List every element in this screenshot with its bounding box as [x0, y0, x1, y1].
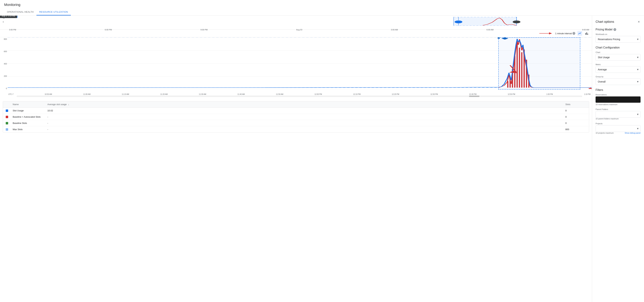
- tab-resource-utilization[interactable]: RESOURCE UTILIZATION: [36, 9, 71, 16]
- interval-label: 1 minute interval ?: [555, 32, 575, 35]
- chart-area: 50 0: [0, 16, 592, 302]
- close-button[interactable]: ×: [637, 19, 640, 25]
- chart-label: Chart: [596, 51, 640, 53]
- line-chart-icon: [578, 32, 582, 35]
- mini-x-labels: 3:00 PM 6:00 PM 9:00 PM Aug 03 3:00 AM 6…: [9, 29, 589, 31]
- svg-rect-7: [585, 33, 586, 35]
- workloads-group: Workloads on Reservations PricingOn-dema…: [596, 33, 640, 43]
- metric-group: Metric AverageMaxMin ▼: [596, 63, 640, 73]
- panel-header: Chart options ×: [596, 19, 640, 25]
- parent-folders-hint: 10 parent folders maximum: [596, 118, 640, 120]
- projects-select[interactable]: [596, 125, 640, 132]
- groupby-select-wrapper: OverallProjectReservation ▼: [596, 78, 640, 85]
- parent-folders-select[interactable]: [596, 111, 640, 117]
- main-chart-container: 800 600 400 200 0: [0, 37, 592, 98]
- interval-help-icon[interactable]: ?: [572, 32, 575, 35]
- main-chart-svg-container: 800 600 400 200 0: [0, 37, 592, 93]
- table-row: Baseline + Autoscaled Slots - 0: [3, 114, 589, 120]
- chart-config-title: Chart Configuration: [596, 46, 640, 49]
- panel-title: Chart options: [596, 20, 614, 24]
- chart-select[interactable]: Slot UsageJob ConcurrencyJob Count: [596, 54, 640, 61]
- data-table: Name Average slot usage ↓ Slots Slot Usa…: [3, 101, 589, 133]
- svg-marker-30: [501, 37, 508, 40]
- tab-bar: OPERATIONAL HEALTH RESOURCE UTILIZATION: [4, 9, 640, 16]
- app-title: Monitoring: [4, 3, 640, 7]
- chart-scrollbar[interactable]: [0, 96, 592, 98]
- filters-title: Filters: [596, 88, 640, 92]
- reservations-label: Reservations: [596, 94, 640, 96]
- sort-icon[interactable]: ↓: [68, 103, 69, 106]
- table-row: Max Slots - 800: [3, 126, 589, 132]
- metric-label: Metric: [596, 63, 640, 66]
- svg-rect-0: [454, 17, 516, 26]
- groupby-group: Group by OverallProjectReservation ▼: [596, 76, 640, 85]
- pricing-title: Pricing Model ?: [596, 28, 640, 31]
- pricing-help-icon[interactable]: ?: [614, 28, 616, 31]
- color-swatch-blue-light: [6, 128, 8, 131]
- tab-operational-health[interactable]: OPERATIONAL HEALTH: [4, 9, 36, 16]
- table-row: Slot Usage 10.02 0: [3, 108, 589, 114]
- tooltip-end: Aug 3, 1:10 PM: [0, 16, 17, 18]
- reservations-group: Reservations 10 reservations maximum: [596, 94, 640, 106]
- line-chart-btn[interactable]: [577, 31, 582, 36]
- side-panel: Chart options × Pricing Model ? Workload…: [592, 16, 644, 302]
- mini-chart-svg: [8, 17, 589, 26]
- parent-folders-select-wrapper: ▼: [596, 111, 640, 118]
- workloads-select-wrapper: Reservations PricingOn-demand Pricing ▼: [596, 36, 640, 43]
- x-axis-labels: UTC-7 10:50 AM 11:00 AM 11:10 AM 11:20 A…: [0, 93, 592, 96]
- workloads-label: Workloads on: [596, 33, 640, 35]
- arrow-indicator: [539, 31, 553, 36]
- svg-point-3: [454, 21, 462, 23]
- parent-folders-group: Parent Folders ▼ 10 parent folders maxim…: [596, 108, 640, 120]
- metric-select[interactable]: AverageMaxMin: [596, 66, 640, 73]
- svg-text:★: ★: [587, 87, 592, 90]
- reservations-input[interactable]: [596, 96, 640, 103]
- color-swatch-red: [6, 116, 8, 118]
- y-axis: 800 600 400 200 0: [0, 37, 8, 93]
- workloads-select[interactable]: Reservations PricingOn-demand Pricing: [596, 36, 640, 42]
- chart-group: Chart Slot UsageJob ConcurrencyJob Count…: [596, 51, 640, 61]
- bar-chart-btn[interactable]: [584, 31, 589, 36]
- groupby-select[interactable]: OverallProjectReservation: [596, 79, 640, 85]
- bar-chart-icon: [585, 32, 588, 35]
- projects-label: Projects: [596, 123, 640, 125]
- app-header: Monitoring OPERATIONAL HEALTH RESOURCE U…: [0, 0, 644, 16]
- debug-panel-link[interactable]: Show debug panel: [625, 132, 640, 134]
- color-swatch-blue: [6, 110, 8, 112]
- mini-chart: 50 0: [0, 16, 592, 30]
- table-header: Name Average slot usage ↓ Slots: [3, 101, 589, 108]
- svg-rect-9: [588, 34, 588, 35]
- projects-select-wrapper: ▼: [596, 125, 640, 132]
- svg-point-4: [512, 21, 520, 23]
- groupby-label: Group by: [596, 76, 640, 78]
- svg-rect-8: [586, 32, 587, 35]
- main-chart-svg: ★: [8, 37, 592, 90]
- table-row: Baseline Slots - 0: [3, 120, 589, 126]
- color-swatch-green: [6, 122, 8, 124]
- parent-folders-label: Parent Folders: [596, 108, 640, 110]
- filters-section: Filters Reservations 10 reservations max…: [596, 88, 640, 134]
- metric-select-wrapper: AverageMaxMin ▼: [596, 66, 640, 73]
- pricing-section: Pricing Model ? Workloads on Reservation…: [596, 28, 640, 43]
- projects-group: Projects ▼ 10 projects maximum Show debu…: [596, 123, 640, 134]
- main-layout: 50 0: [0, 16, 644, 302]
- chart-config-section: Chart Configuration Chart Slot UsageJob …: [596, 46, 640, 85]
- projects-hint-row: 10 projects maximum Show debug panel: [596, 132, 640, 134]
- reservations-hint: 10 reservations maximum: [596, 103, 640, 106]
- chart-select-wrapper: Slot UsageJob ConcurrencyJob Count ▼: [596, 54, 640, 61]
